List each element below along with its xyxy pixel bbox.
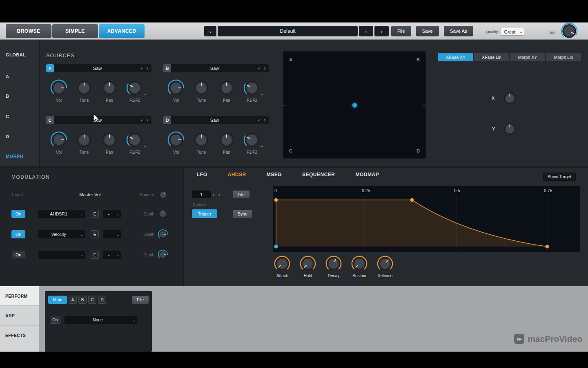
next-wave-icon[interactable]: › [264,117,265,123]
next-wave-icon[interactable]: › [147,117,148,123]
smooth-knob[interactable] [158,190,168,200]
chevron-down-icon[interactable]: ⌄ [260,91,264,96]
source-c-tune-knob[interactable] [75,131,93,149]
tab-mseg[interactable]: MSEG [267,172,282,177]
master-volume-knob[interactable] [560,22,578,40]
nav-item-a[interactable]: A [6,74,9,79]
preset-menu-button[interactable]: ⌄ [204,26,216,36]
source-c-wave-selector[interactable]: C Saw ‹› [46,116,151,124]
prev-wave-icon[interactable]: ‹ [141,117,143,123]
perform-mode-select[interactable]: None ⌄ [65,316,137,324]
nav-item-global[interactable]: GLOBAL [6,52,26,57]
nav-item-d[interactable]: D [6,134,9,139]
nav-item-perform[interactable]: PERFORM [0,286,39,306]
envelope-curve[interactable] [273,196,580,251]
preset-prev-button[interactable]: ‹ [359,26,373,36]
attack-knob[interactable] [274,255,291,272]
source-b-filter-knob[interactable] [243,79,261,97]
source-a-vol-knob[interactable] [50,79,68,97]
tab-modmap[interactable]: MODMAP [356,172,379,177]
file-button[interactable]: File [391,26,411,36]
source-b-vol-knob[interactable] [167,79,185,97]
mod-2-source-select[interactable]: Velocity⌄ [38,230,85,238]
source-a-pan-knob[interactable] [100,79,118,97]
tab-morph-lin[interactable]: Morph Lin [546,53,581,61]
nav-item-c[interactable]: C [6,114,9,119]
source-c-filter-knob[interactable] [126,131,144,149]
release-knob[interactable] [376,255,394,272]
mod-1-on-button[interactable]: On [11,210,25,218]
mod-2-on-button[interactable]: On [11,230,25,238]
source-a-wave-selector[interactable]: A Saw ‹› [46,64,151,72]
show-target-button[interactable]: Show Target [543,173,576,181]
source-d-filter-knob[interactable] [243,131,261,149]
prev-wave-icon[interactable]: ‹ [141,65,143,71]
envelope-file-button[interactable]: File [233,191,249,198]
morph-xy-pad[interactable]: A B C D [283,51,426,159]
tab-c[interactable]: C [88,296,96,304]
tab-a[interactable]: A [69,296,77,304]
nav-item-b[interactable]: B [6,94,9,99]
perform-on-button[interactable]: On [50,316,60,324]
morph-y-knob[interactable] [502,121,517,137]
source-a-filter-knob[interactable] [126,79,144,97]
tab-xfade-lin[interactable]: XFade Lin [474,53,509,61]
simple-button[interactable]: SIMPLE [52,24,98,38]
mod-2-curve-select[interactable]: -⌄ [103,230,121,238]
prev-wave-icon[interactable]: ‹ [258,65,260,71]
source-c-vol-knob[interactable] [50,131,68,149]
source-d-badge[interactable]: D [163,116,171,124]
target-value[interactable]: Master Vol [40,192,140,197]
tab-morph-xy[interactable]: Morph XY [510,53,545,61]
advanced-button[interactable]: ADVANCED [99,24,145,38]
tab-b[interactable]: B [78,296,87,304]
mod-2-edit-button[interactable]: E [91,230,99,238]
tab-ahdsr[interactable]: AHDSR [228,172,246,177]
tab-xfade-xy[interactable]: XFade XY [438,53,473,61]
save-as-button[interactable]: Save As [444,26,473,36]
nav-item-morph[interactable]: MORPH [6,154,23,159]
preset-next-button[interactable]: › [374,26,389,36]
tab-lfo[interactable]: LFO [197,172,207,177]
mod-3-source-select[interactable]: ⌄ [38,251,85,259]
sustain-knob[interactable] [351,255,368,272]
source-a-badge[interactable]: A [46,64,54,72]
chevron-down-icon[interactable]: ⌄ [143,143,147,148]
source-c-badge[interactable]: C [46,116,54,124]
mod-1-curve-select[interactable]: -⌄ [103,210,121,218]
index-next-icon[interactable]: › [216,191,222,197]
next-wave-icon[interactable]: › [264,65,265,71]
nav-item-effects[interactable]: EFFECTS [0,325,39,345]
source-d-pan-knob[interactable] [218,131,236,149]
browse-button[interactable]: BROWSE [6,24,51,38]
source-b-badge[interactable]: B [163,64,171,72]
mod-3-curve-select[interactable]: -⌄ [103,251,121,259]
source-a-tune-knob[interactable] [75,79,93,97]
decay-knob[interactable] [325,255,342,272]
tab-d[interactable]: D [98,296,106,304]
source-c-pan-knob[interactable] [100,131,118,149]
xy-position-handle[interactable] [352,103,357,108]
tab-sequencer[interactable]: SEQUENCER [302,172,335,177]
source-b-pan-knob[interactable] [218,79,236,97]
envelope-display[interactable]: 0 0.25 0.5 0.75 [273,186,580,252]
prev-wave-icon[interactable]: ‹ [258,117,260,123]
next-wave-icon[interactable]: › [147,65,148,71]
mod-3-on-button[interactable]: On [11,251,25,259]
index-prev-icon[interactable]: ‹ [211,191,216,197]
source-d-wave-selector[interactable]: D Saw ‹› [163,116,269,124]
source-b-tune-knob[interactable] [192,79,210,97]
mod-3-depth-knob[interactable] [158,249,168,260]
chevron-down-icon[interactable]: ⌄ [260,143,264,148]
mod-1-depth-knob[interactable] [158,209,168,219]
source-b-wave-selector[interactable]: B Saw ‹› [163,64,269,72]
hold-knob[interactable] [299,255,316,272]
mod-2-depth-knob[interactable] [158,229,168,240]
mod-1-source-select[interactable]: AHDSR1⌄ [38,210,85,218]
source-d-vol-knob[interactable] [167,131,185,149]
preset-name-display[interactable]: Default [218,26,358,36]
perform-file-button[interactable]: File [132,296,149,304]
save-button[interactable]: Save [416,26,439,36]
chevron-down-icon[interactable]: ⌄ [143,91,147,96]
quality-select[interactable]: Great ⌄ [501,28,525,36]
